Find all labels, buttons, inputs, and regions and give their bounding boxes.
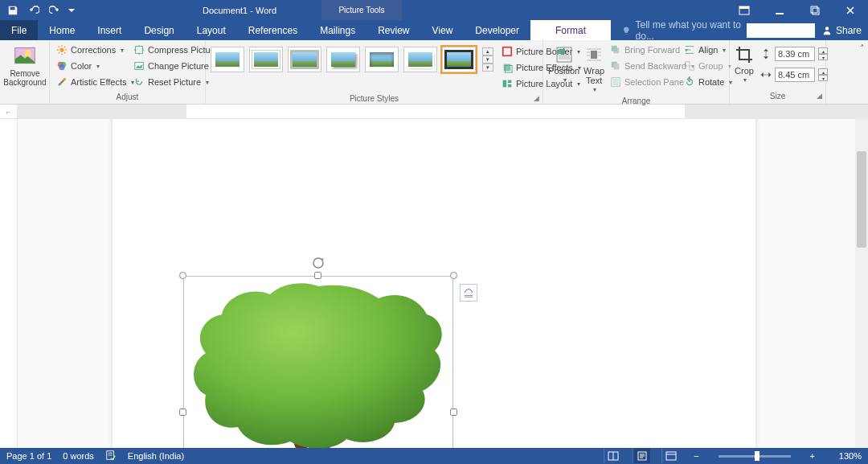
undo-button[interactable]	[24, 2, 43, 19]
tab-review[interactable]: Review	[366, 20, 420, 40]
tree-clipart	[190, 282, 447, 448]
close-button[interactable]	[833, 0, 868, 20]
tab-design[interactable]: Design	[133, 20, 185, 40]
layout-options-button[interactable]	[460, 284, 477, 302]
rotate-button[interactable]: Rotate▾	[682, 74, 724, 90]
tab-file[interactable]: File	[0, 20, 38, 40]
shape-width-input[interactable]: 8.45 cm	[775, 68, 815, 82]
zoom-level[interactable]: 130%	[829, 451, 862, 461]
send-backward-button[interactable]: Send Backward▾	[608, 58, 682, 74]
wrap-text-button[interactable]: Wrap Text▾	[579, 42, 608, 94]
gallery-scroll-down[interactable]: ▾	[482, 55, 493, 64]
share-button[interactable]: Share	[821, 25, 862, 36]
crop-button[interactable]: Crop▾	[735, 42, 754, 84]
compress-pictures-button[interactable]: Compress Pictures	[132, 42, 209, 58]
picture-style-6[interactable]	[403, 47, 437, 72]
svg-rect-19	[503, 80, 506, 88]
size-launcher[interactable]: ◢	[814, 92, 824, 101]
svg-rect-28	[613, 64, 619, 69]
corrections-button[interactable]: Corrections▾	[55, 42, 132, 58]
reset-icon	[133, 76, 145, 88]
spell-check-button[interactable]	[105, 450, 117, 462]
tell-me-placeholder: Tell me what you want to do...	[636, 19, 747, 42]
artistic-effects-button[interactable]: Artistic Effects▾	[55, 74, 132, 90]
ruler-horizontal: ⌐	[0, 105, 868, 119]
ruler-vertical	[0, 119, 18, 448]
redo-button[interactable]	[45, 2, 64, 19]
word-count[interactable]: 0 words	[63, 451, 94, 461]
gallery-scroll-up[interactable]: ▴	[482, 47, 493, 55]
border-icon	[502, 46, 513, 57]
align-button[interactable]: Align▾	[682, 42, 724, 58]
brightness-icon	[56, 44, 68, 55]
bring-forward-button[interactable]: Bring Forward▾	[608, 42, 682, 58]
picture-style-2[interactable]	[249, 47, 283, 72]
gallery-expand[interactable]: ▾	[482, 64, 493, 72]
qat-customize-dropdown[interactable]	[66, 2, 77, 19]
tab-mailings[interactable]: Mailings	[309, 20, 366, 40]
picture-style-7[interactable]	[442, 47, 476, 72]
picture-style-4[interactable]	[326, 47, 360, 72]
view-read-mode[interactable]	[604, 449, 621, 463]
effects-icon	[502, 62, 513, 73]
search-input[interactable]	[747, 23, 815, 38]
scrollbar-thumb[interactable]	[857, 151, 866, 248]
picture-styles-launcher[interactable]: ◢	[531, 94, 541, 104]
remove-background-button[interactable]: Remove Background	[5, 42, 45, 87]
compress-icon	[133, 44, 145, 55]
selection-pane-icon	[610, 76, 621, 88]
page-indicator[interactable]: Page 1 of 1	[6, 451, 51, 461]
zoom-slider-thumb[interactable]	[755, 451, 760, 461]
change-picture-button[interactable]: Change Picture	[132, 58, 209, 74]
scrollbar-vertical[interactable]	[855, 119, 868, 448]
share-label: Share	[836, 25, 862, 36]
ruler-corner[interactable]: ⌐	[0, 105, 18, 118]
minimize-button[interactable]	[762, 0, 797, 20]
svg-rect-1	[739, 6, 749, 9]
svg-rect-23	[559, 49, 565, 54]
tab-developer[interactable]: Developer	[464, 20, 530, 40]
bring-forward-icon	[610, 44, 621, 55]
status-bar: Page 1 of 1 0 words English (India) − + …	[0, 448, 868, 464]
save-button[interactable]	[3, 2, 23, 19]
reset-picture-button[interactable]: Reset Picture▾	[132, 74, 209, 90]
shape-height-input[interactable]: 8.39 cm	[775, 47, 815, 61]
collapse-ribbon-button[interactable]: ˄	[860, 43, 865, 54]
lightbulb-icon	[622, 26, 631, 35]
crop-icon	[735, 45, 754, 64]
position-button[interactable]: Position▾	[548, 42, 579, 84]
color-button[interactable]: Color▾	[55, 58, 132, 74]
selected-picture[interactable]	[183, 276, 453, 448]
share-area: Share	[747, 20, 868, 40]
view-web-layout[interactable]	[661, 449, 679, 463]
tab-home[interactable]: Home	[38, 20, 86, 40]
ribbon-display-options-button[interactable]	[727, 0, 762, 20]
zoom-out-button[interactable]: −	[690, 451, 702, 461]
svg-rect-26	[612, 46, 617, 51]
tab-references[interactable]: References	[237, 20, 309, 40]
remove-background-label: Remove Background	[3, 69, 46, 87]
language-indicator[interactable]: English (India)	[128, 451, 184, 461]
selection-pane-button[interactable]: Selection Pane	[608, 74, 682, 90]
zoom-in-button[interactable]: +	[807, 451, 818, 461]
tab-view[interactable]: View	[421, 20, 465, 40]
picture-style-5[interactable]	[365, 47, 399, 72]
rotate-handle[interactable]	[312, 257, 325, 273]
picture-style-3[interactable]	[288, 47, 321, 72]
picture-style-1[interactable]	[211, 47, 244, 72]
svg-rect-21	[508, 84, 511, 88]
tab-insert[interactable]: Insert	[86, 20, 133, 40]
maximize-button[interactable]	[797, 0, 833, 20]
zoom-slider[interactable]	[719, 455, 791, 458]
tab-layout[interactable]: Layout	[186, 20, 237, 40]
svg-rect-20	[508, 80, 511, 84]
view-print-layout[interactable]	[633, 449, 650, 463]
group-button[interactable]: Group▾	[682, 58, 724, 74]
document-area	[0, 119, 868, 448]
svg-point-13	[63, 78, 67, 81]
tab-format[interactable]: Format	[530, 20, 611, 40]
tell-me-search[interactable]: Tell me what you want to do...	[611, 20, 747, 40]
change-picture-icon	[133, 60, 145, 72]
svg-rect-14	[136, 47, 143, 54]
svg-rect-2	[776, 13, 784, 14]
